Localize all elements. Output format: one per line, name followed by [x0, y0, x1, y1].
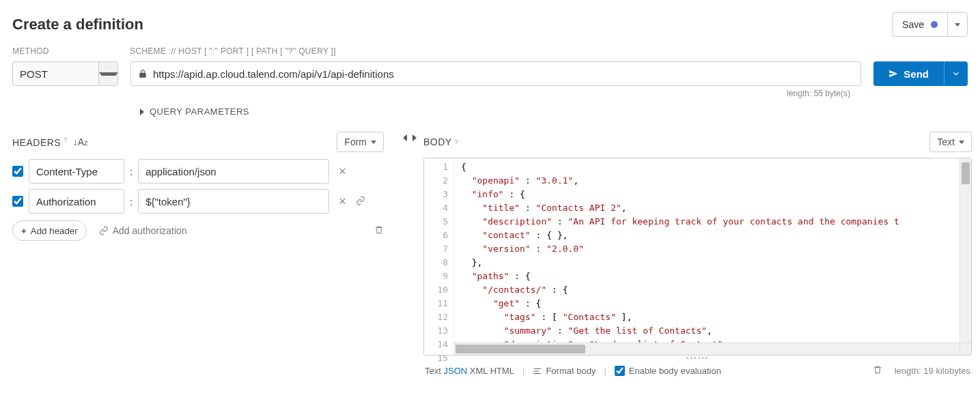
header-name-input[interactable]	[29, 189, 124, 214]
add-header-button[interactable]: + Add header	[12, 220, 87, 241]
scroll-thumb[interactable]	[962, 162, 970, 184]
vertical-scrollbar[interactable]	[960, 158, 971, 343]
url-length-info: length: 55 byte(s)	[787, 89, 850, 98]
send-label: Send	[904, 68, 929, 80]
send-button[interactable]: Send	[873, 61, 944, 86]
header-enabled-checkbox[interactable]	[12, 196, 23, 207]
query-parameters-label: QUERY PARAMETERS	[150, 106, 249, 117]
method-value: POST	[13, 68, 98, 80]
variable-link-icon[interactable]	[356, 196, 365, 207]
url-input[interactable]	[153, 68, 854, 80]
headers-title: HEADERS?	[12, 136, 68, 148]
header-value-input[interactable]	[138, 189, 329, 214]
enable-body-evaluation[interactable]: Enable body evaluation	[615, 366, 721, 376]
save-label: Save	[902, 19, 924, 30]
body-pane: BODY? Text 123456789101112131415 { "open…	[423, 128, 980, 401]
header-name-input[interactable]	[29, 159, 124, 184]
url-label: SCHEME :// HOST [ ":" PORT ] [ PATH [ "?…	[130, 46, 968, 56]
link-icon	[99, 226, 109, 235]
body-format-json[interactable]: JSON	[443, 366, 467, 376]
send-icon	[888, 69, 898, 78]
page-title: Create a definition	[12, 16, 892, 33]
add-header-label: Add header	[31, 226, 78, 236]
body-editor[interactable]: 123456789101112131415 { "openapi" : "3.0…	[423, 158, 972, 356]
save-dropdown[interactable]	[947, 13, 967, 36]
horizontal-scrollbar[interactable]	[454, 343, 960, 355]
body-title: BODY?	[423, 136, 458, 147]
enable-eval-label: Enable body evaluation	[629, 366, 721, 376]
header-row: : ×	[12, 189, 384, 214]
resize-grip[interactable]: ▪▪▪▪▪▪	[423, 356, 972, 361]
save-button[interactable]: Save	[893, 13, 947, 36]
collapse-left-icon[interactable]	[403, 134, 407, 141]
caret-down-icon	[959, 141, 964, 144]
caret-down-icon	[951, 69, 961, 78]
method-label: METHOD	[12, 46, 130, 56]
send-button-group: Send	[873, 61, 968, 86]
format-body-button[interactable]: Format body	[533, 366, 596, 376]
body-format-text[interactable]: Text	[425, 366, 441, 376]
expand-icon	[140, 108, 144, 115]
body-length-info: length: 19 kilobytes	[895, 366, 970, 376]
caret-down-icon	[371, 141, 376, 144]
query-parameters-toggle[interactable]: QUERY PARAMETERS	[0, 98, 980, 128]
header-row: : ×	[12, 159, 384, 184]
code-area[interactable]: { "openapi" : "3.0.1", "info" : { "title…	[454, 158, 971, 355]
headers-pane: HEADERS? ↓AZ Form : × : × + Add header	[0, 128, 396, 401]
caret-down-icon	[955, 23, 960, 27]
sort-az-icon[interactable]: ↓AZ	[73, 136, 88, 147]
body-format-xml[interactable]: XML	[470, 366, 488, 376]
header-enabled-checkbox[interactable]	[12, 166, 23, 177]
headers-mode-label: Form	[344, 136, 367, 147]
format-icon	[533, 366, 542, 376]
body-format-modes: Text JSON XML HTML	[425, 366, 514, 376]
method-toggle[interactable]	[98, 62, 117, 85]
caret-down-icon	[99, 72, 118, 76]
method-select[interactable]: POST	[12, 61, 118, 86]
body-mode-label: Text	[937, 136, 955, 147]
add-authorization-link[interactable]: Add authorization	[99, 225, 187, 236]
body-format-html[interactable]: HTML	[490, 366, 514, 376]
remove-header-button[interactable]: ×	[335, 194, 350, 209]
delete-headers-button[interactable]	[374, 225, 384, 237]
add-authorization-label: Add authorization	[113, 225, 187, 236]
plus-icon: +	[21, 226, 27, 236]
save-button-group: Save	[892, 12, 968, 37]
line-gutter: 123456789101112131415	[424, 158, 454, 355]
trash-icon	[873, 365, 882, 375]
scroll-corner	[960, 343, 971, 355]
scroll-thumb[interactable]	[456, 345, 585, 353]
header-value-input[interactable]	[138, 159, 329, 184]
enable-eval-checkbox[interactable]	[615, 366, 625, 376]
colon: :	[130, 166, 132, 177]
lock-icon	[138, 69, 148, 78]
remove-header-button[interactable]: ×	[335, 164, 350, 179]
delete-body-button[interactable]	[873, 365, 882, 377]
format-body-label: Format body	[546, 366, 596, 376]
collapse-right-icon[interactable]	[412, 134, 417, 141]
trash-icon	[374, 225, 384, 235]
unsaved-indicator-dot	[931, 21, 938, 28]
body-mode-select[interactable]: Text	[929, 132, 972, 152]
headers-mode-select[interactable]: Form	[337, 132, 384, 152]
colon: :	[130, 196, 132, 207]
url-input-wrap	[130, 61, 861, 86]
send-dropdown[interactable]	[944, 61, 968, 86]
